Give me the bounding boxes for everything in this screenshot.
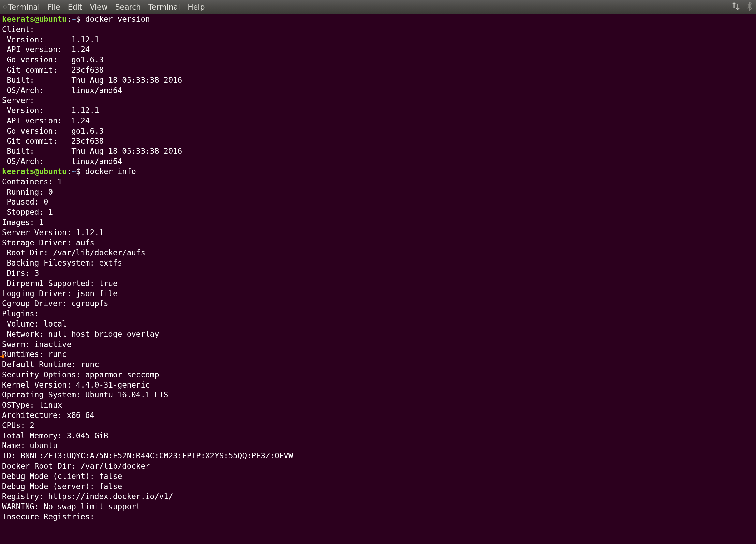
prompt-colon: : [67,167,72,176]
output-line: Architecture: x86_64 [2,410,754,421]
output-line: Containers: 1 [2,177,754,187]
output-line: Kernel Version: 4.4.0-31-generic [2,380,754,390]
output-line: Total Memory: 3.045 GiB [2,431,754,441]
output-line: Operating System: Ubuntu 16.04.1 LTS [2,390,754,400]
output-line: Backing Filesystem: extfs [2,258,754,268]
prompt-sign: $ [76,15,85,24]
output-line: Storage Driver: aufs [2,238,754,248]
prompt-host: ubuntu [39,167,66,176]
output-line: Go version: go1.6.3 [2,126,754,136]
output-line: Git commit: 23cf638 [2,65,754,75]
output-line: Cgroup Driver: cgroupfs [2,299,754,309]
output-line: Dirs: 3 [2,268,754,278]
network-transfer-icon[interactable] [731,2,740,12]
prompt-colon: : [67,15,72,24]
prompt-path: ~ [71,167,76,176]
menu-view[interactable]: View [90,3,107,11]
output-line: Stopped: 1 [2,207,754,217]
app-title-text: Terminal [8,3,40,11]
output-line: OS/Arch: linux/amd64 [2,156,754,167]
prompt-path: ~ [71,15,76,24]
prompt-user: keerats [2,167,34,176]
notification-arrow-icon: ◀ [0,353,4,359]
menu-file[interactable]: File [48,3,60,11]
output-line: Built: Thu Aug 18 05:33:38 2016 [2,75,754,86]
prompt-at: @ [34,167,39,176]
output-line: Runtimes: runc [2,349,754,360]
output-line: Logging Driver: json-file [2,289,754,299]
output-line: Dirperm1 Supported: true [2,278,754,289]
prompt-at: @ [34,15,39,24]
output-line: Network: null host bridge overlay [2,329,754,339]
output-line: Root Dir: /var/lib/docker/aufs [2,248,754,258]
output-line: CPUs: 2 [2,421,754,431]
output-line: API version: 1.24 [2,116,754,126]
output-line: Running: 0 [2,187,754,197]
output-line: Go version: go1.6.3 [2,55,754,65]
output-line: Plugins: [2,309,754,319]
menu-search[interactable]: Search [115,3,141,11]
output-line: Built: Thu Aug 18 05:33:38 2016 [2,146,754,156]
output-line: Debug Mode (client): false [2,471,754,482]
app-title: Terminal [3,3,40,11]
prompt-line-1: keerats@ubuntu:~$ docker version [2,14,754,25]
output-line: OS/Arch: linux/amd64 [2,86,754,96]
output-line: Server Version: 1.12.1 [2,228,754,238]
prompt-user: keerats [2,15,34,24]
output-line: Images: 1 [2,217,754,228]
menu-edit[interactable]: Edit [68,3,83,11]
command-2: docker info [85,167,136,176]
window-icon [3,5,7,9]
output-line: Default Runtime: runc [2,360,754,370]
output-line: OSType: linux [2,400,754,410]
output-line: Name: ubuntu [2,441,754,451]
output-line: Insecure Registries: [2,512,754,522]
menu-terminal[interactable]: Terminal [148,3,180,11]
output-line: Swarm: inactive [2,339,754,350]
output-line: Version: 1.12.1 [2,35,754,45]
menu-bar: Terminal File Edit View Search Terminal … [0,0,756,14]
output-line: Paused: 0 [2,197,754,207]
output-line: Debug Mode (server): false [2,482,754,492]
bluetooth-icon[interactable] [746,2,753,12]
output-line: Git commit: 23cf638 [2,136,754,147]
output-line: Registry: https://index.docker.io/v1/ [2,492,754,502]
output-line: Volume: local [2,319,754,329]
output-line: WARNING: No swap limit support [2,502,754,512]
prompt-host: ubuntu [39,15,66,24]
output-line: ID: BNNL:ZET3:UQYC:A75N:E52N:R44C:CM23:F… [2,451,754,461]
output-line: Client: [2,25,754,35]
output-line: Security Options: apparmor seccomp [2,370,754,380]
output-line: Server: [2,95,754,106]
terminal-area[interactable]: keerats@ubuntu:~$ docker versionClient: … [0,14,756,523]
prompt-sign: $ [76,167,85,176]
prompt-line-2: keerats@ubuntu:~$ docker info [2,167,754,177]
output-line: API version: 1.24 [2,45,754,55]
output-line: Docker Root Dir: /var/lib/docker [2,461,754,471]
menu-help[interactable]: Help [188,3,205,11]
command-1: docker version [85,15,150,24]
system-tray [731,2,753,12]
output-line: Version: 1.12.1 [2,106,754,116]
